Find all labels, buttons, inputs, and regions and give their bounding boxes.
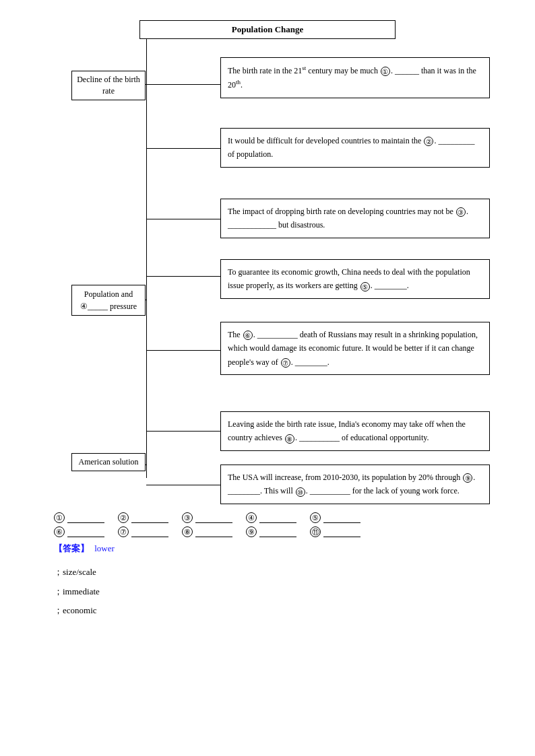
blank-11 — [323, 526, 360, 537]
circle-2: ② — [118, 512, 129, 523]
h-line-rbox2 — [146, 148, 220, 149]
v-line-birth-right — [146, 84, 147, 148]
right-box-5: The ⑥. __________ death of Russians may … — [220, 322, 490, 375]
detail-1: ；size/scale — [54, 563, 508, 582]
blank-6 — [67, 526, 104, 537]
left-box-birth: Decline of the birth rate — [71, 71, 146, 100]
right-box-6: Leaving aside the birth rate issue, Indi… — [220, 411, 490, 451]
answer-item-7: ⑦ — [118, 526, 168, 537]
circle-1: ① — [54, 512, 65, 523]
blank-5 — [323, 512, 360, 523]
circle-5: ⑤ — [310, 512, 321, 523]
answer-item-3: ③ — [182, 512, 232, 523]
circle-11: ⑪ — [310, 526, 321, 537]
blank-2 — [131, 512, 168, 523]
answer-item-6: ⑥ — [54, 526, 104, 537]
h-line-rbox1 — [146, 84, 220, 85]
circle-3: ③ — [182, 512, 193, 523]
right-box-2: It would be difficult for developed coun… — [220, 128, 490, 168]
answer-section: ① ② ③ ④ ⑤ ⑥ ⑦ ⑧ — [27, 512, 508, 621]
circle-7: ⑦ — [118, 526, 129, 537]
answer-item-9: ⑨ — [246, 526, 296, 537]
blank-4 — [259, 512, 296, 523]
right-box-3: The impact of dropping birth rate on dev… — [220, 199, 490, 238]
h-line-rbox7 — [146, 485, 220, 485]
right-box-4: To guarantee its economic growth, China … — [220, 259, 490, 299]
right-box-1: The birth rate in the 21st century may b… — [220, 57, 490, 98]
circle-4: ④ — [246, 512, 257, 523]
answer-item-8: ⑧ — [182, 526, 232, 537]
answer-item-4: ④ — [246, 512, 296, 523]
h-line-rbox4 — [146, 276, 220, 277]
right-box-7: The USA will increase, from 2010-2030, i… — [220, 465, 490, 504]
left-box-american: American solution — [71, 453, 146, 471]
detail-3: ；economic — [54, 601, 508, 621]
answer-item-5: ⑤ — [310, 512, 360, 523]
h-line-rbox5 — [146, 350, 220, 351]
answer-item-1: ① — [54, 512, 104, 523]
detail-2: ；immediate — [54, 582, 508, 602]
answer-item-2: ② — [118, 512, 168, 523]
answer-row-2: ⑥ ⑦ ⑧ ⑨ ⑪ — [54, 526, 508, 537]
answer-details: ；size/scale ；immediate ；economic — [54, 563, 508, 621]
blank-7 — [131, 526, 168, 537]
circle-9: ⑨ — [246, 526, 257, 537]
answer-result-row: 【答案】 lower — [54, 543, 508, 555]
diagram-title: Population Change — [139, 20, 396, 39]
diagram-container: Population Change Decline of the birth r… — [28, 20, 507, 505]
answer-value-1: lower — [94, 543, 115, 553]
blank-8 — [195, 526, 232, 537]
answer-label: 【答案】 — [54, 543, 89, 553]
answer-item-11: ⑪ — [310, 526, 360, 537]
circle-8: ⑧ — [182, 526, 193, 537]
h-line-rbox3 — [146, 219, 220, 219]
h-line-rbox6 — [146, 431, 220, 432]
blank-3 — [195, 512, 232, 523]
left-box-population: Population and④_____ pressure — [71, 285, 146, 316]
answer-row-1: ① ② ③ ④ ⑤ — [54, 512, 508, 523]
v-line-pop-right — [146, 276, 147, 431]
circle-6: ⑥ — [54, 526, 65, 537]
blank-9 — [259, 526, 296, 537]
blank-1 — [67, 512, 104, 523]
